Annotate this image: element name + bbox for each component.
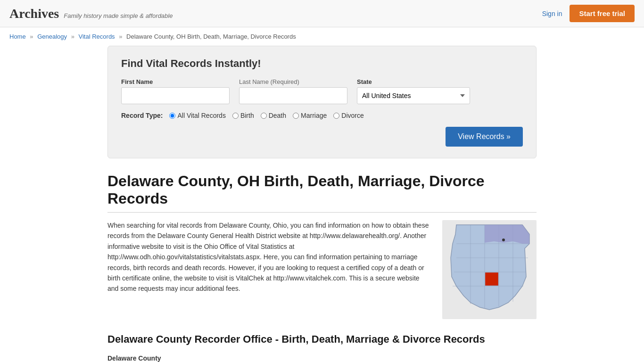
state-select[interactable]: All United States — [357, 87, 470, 104]
site-logo: Archives — [9, 6, 59, 21]
view-records-button[interactable]: View Records » — [446, 127, 523, 147]
svg-rect-9 — [485, 272, 498, 286]
radio-birth-input[interactable] — [232, 113, 239, 119]
main-content: Find Vital Records Instantly! First Name… — [98, 46, 546, 362]
title-divider — [107, 212, 537, 213]
radio-death[interactable]: Death — [261, 112, 286, 119]
site-header: Archives Family history made simple & af… — [0, 0, 644, 27]
last-name-input[interactable] — [239, 87, 347, 104]
breadcrumb-sep-3: » — [119, 33, 122, 40]
breadcrumb-current: Delaware County, OH Birth, Death, Marria… — [126, 33, 296, 40]
radio-divorce[interactable]: Divorce — [333, 112, 363, 119]
radio-marriage-input[interactable] — [293, 113, 299, 119]
ohio-map-svg — [442, 220, 537, 319]
breadcrumb-sep-2: » — [71, 33, 74, 40]
radio-all-vital[interactable]: All Vital Records — [169, 112, 225, 119]
office-info: Delaware County 140 N Sandusky St Delawa… — [107, 353, 537, 362]
radio-marriage[interactable]: Marriage — [293, 112, 327, 119]
header-nav: Sign in Start free trial — [542, 5, 635, 22]
svg-point-10 — [502, 239, 505, 241]
radio-birth-label: Birth — [240, 112, 254, 119]
breadcrumb-genealogy[interactable]: Genealogy — [37, 33, 67, 40]
recorder-section-title: Delaware County Recorder Office - Birth,… — [107, 333, 537, 346]
search-fields: First Name Last Name (Required) State Al… — [121, 78, 523, 104]
site-tagline: Family history made simple & affordable — [64, 12, 173, 19]
ohio-map-area — [442, 220, 537, 319]
radio-all-vital-input[interactable] — [169, 113, 175, 119]
content-area: When searching for vital records from De… — [107, 220, 537, 319]
page-title: Delaware County, OH Birth, Death, Marria… — [107, 173, 537, 207]
breadcrumb-vital-records[interactable]: Vital Records — [79, 33, 115, 40]
ohio-map — [442, 220, 537, 319]
search-actions: View Records » — [121, 127, 523, 147]
radio-birth[interactable]: Birth — [232, 112, 254, 119]
radio-divorce-input[interactable] — [333, 113, 339, 119]
breadcrumb: Home » Genealogy » Vital Records » Delaw… — [0, 27, 644, 46]
record-type-label: Record Type: — [121, 112, 163, 119]
state-field-group: State All United States — [357, 78, 470, 104]
search-title: Find Vital Records Instantly! — [121, 58, 523, 70]
radio-death-input[interactable] — [261, 113, 267, 119]
record-type-row: Record Type: All Vital Records Birth Dea… — [121, 112, 523, 119]
state-label: State — [357, 78, 470, 85]
breadcrumb-sep-1: » — [30, 33, 33, 40]
page-description: When searching for vital records from De… — [107, 220, 431, 319]
last-name-field-group: Last Name (Required) — [239, 78, 347, 104]
radio-marriage-label: Marriage — [301, 112, 327, 119]
first-name-input[interactable] — [121, 87, 230, 104]
last-name-label: Last Name (Required) — [239, 78, 347, 85]
radio-all-vital-label: All Vital Records — [177, 112, 225, 119]
first-name-field-group: First Name — [121, 78, 230, 104]
first-name-label: First Name — [121, 78, 230, 85]
office-name: Delaware County — [107, 353, 537, 362]
radio-death-label: Death — [269, 112, 286, 119]
breadcrumb-home[interactable]: Home — [9, 33, 26, 40]
logo-area: Archives Family history made simple & af… — [9, 6, 173, 21]
sign-in-link[interactable]: Sign in — [542, 10, 562, 17]
start-trial-button[interactable]: Start free trial — [570, 5, 635, 22]
radio-divorce-label: Divorce — [341, 112, 363, 119]
search-box: Find Vital Records Instantly! First Name… — [107, 46, 537, 158]
